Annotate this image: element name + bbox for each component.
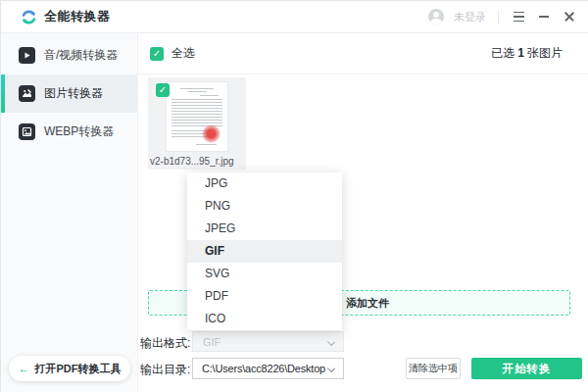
file-name: v2-b1d73...95_r.jpg [148,156,246,167]
format-option-gif[interactable]: GIF [187,240,342,263]
app-identity: 全能转换器 [21,8,111,25]
chevron-down-icon [327,365,335,372]
webp-icon [19,123,35,140]
start-convert-button[interactable]: 开始转换 [471,358,582,379]
format-option-pdf[interactable]: PDF [187,285,342,308]
file-card[interactable]: v2-b1d73...95_r.jpg [148,77,246,170]
sidebar-item-label: WEBP转换器 [44,123,114,140]
audio-video-icon [19,47,35,64]
image-icon [19,85,35,102]
selected-prefix: 已选 [491,46,514,60]
selected-suffix: 张图片 [527,46,563,60]
format-option-svg[interactable]: SVG [187,263,342,285]
file-checkbox[interactable] [156,83,170,97]
format-option-jpeg[interactable]: JPEG [187,218,342,240]
back-arrow-icon [19,362,30,375]
format-dropdown-menu: JPG PNG JPEG GIF SVG PDF ICO [187,172,342,330]
select-all-checkbox[interactable] [150,47,164,61]
output-format-value: GIF [193,336,220,348]
sidebar-item-label: 图片转换器 [44,85,103,102]
sidebar-item-label: 音/视频转换器 [44,47,118,64]
selected-count-info: 已选1张图片 [491,45,563,62]
app-logo-icon [21,9,37,25]
close-icon[interactable] [562,9,577,24]
red-stamp [202,124,220,143]
sidebar-items: 音/视频转换器 图片转换器 [1,33,137,151]
app-title: 全能转换器 [44,8,111,25]
open-pdf-tool-button[interactable]: 打开PDF转换工具 [9,356,130,381]
thumb-line [187,91,207,92]
chevron-down-icon [327,338,335,346]
select-all-label: 全选 [172,45,195,62]
thumb-line [180,88,215,89]
app-window: 全能转换器 未登录 音/视频转换器 [0,0,588,392]
output-format-label: 输出格式: [140,335,190,352]
window-controls: 未登录 [428,9,577,24]
format-option-png[interactable]: PNG [187,195,342,218]
format-option-jpg[interactable]: JPG [187,172,342,195]
sidebar-item-audio-video-converter[interactable]: 音/视频转换器 [1,36,137,74]
output-dir-label: 输出目录: [140,362,190,378]
menu-icon[interactable] [511,9,526,24]
select-all[interactable]: 全选 [150,45,195,62]
output-dir-value: C:\Users\acc8226\Desktop [193,363,325,374]
sidebar-item-image-converter[interactable]: 图片转换器 [1,74,137,113]
user-avatar-icon[interactable] [428,9,444,24]
selection-toolbar: 全选 已选1张图片 [138,33,588,74]
output-format-select[interactable]: GIF [192,331,344,352]
add-file-label: 添加文件 [346,296,389,311]
sidebar: 音/视频转换器 图片转换器 [1,33,138,392]
main-panel: 全选 已选1张图片 v2-b1d73...95_r.jpg 添加文件 [138,33,588,392]
sidebar-item-webp-converter[interactable]: WEBP转换器 [1,113,137,151]
title-bar: 全能转换器 未登录 [1,1,588,33]
thumb-line [196,144,218,145]
thumb-line [200,95,219,96]
selected-count: 1 [517,46,524,60]
titlebar-divider [498,11,499,24]
open-pdf-tool-label: 打开PDF转换工具 [35,362,122,376]
minimize-icon[interactable] [536,9,552,24]
file-thumbnail [166,81,228,152]
clear-selected-button[interactable]: 清除选中项 [406,358,461,379]
output-dir-select[interactable]: C:\Users\acc8226\Desktop [192,358,344,379]
format-option-ico[interactable]: ICO [187,308,342,330]
thumb-paragraph [172,99,222,128]
login-status[interactable]: 未登录 [454,10,486,24]
